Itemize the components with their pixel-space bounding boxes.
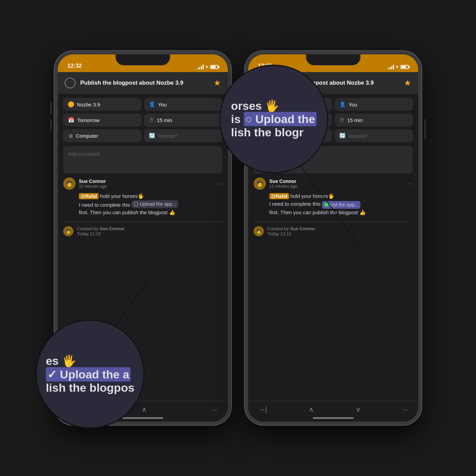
repeat-label-2: Repeat? [348, 133, 368, 139]
wifi-icon: ▾ [206, 64, 208, 69]
comment-text-1a: hold your horses🖐️ [100, 193, 144, 199]
mention-tag-1: @Rafał [79, 193, 99, 199]
up-button-2[interactable]: ∧ [309, 405, 314, 413]
notch-2 [306, 54, 360, 65]
comment-time-1: 10 minutes ago [79, 184, 212, 189]
created-text-2: Created by Sue Connor Today 11:15 [267, 226, 315, 236]
status-icons-1: ▾ [198, 64, 218, 69]
status-icons-2: ▾ [388, 64, 409, 69]
down-button-2[interactable]: ∨ [356, 405, 361, 413]
magnifier-1-line2: ✓ Upload the a [46, 368, 135, 381]
task-ref-text-2: Upl the app... [330, 201, 358, 208]
repeat-item-2[interactable]: 🔄 Repeat? [335, 129, 413, 142]
duration-label-1: 15 min [157, 117, 172, 123]
commenter-name-2: Sue Connor [269, 178, 402, 184]
comment-text-1c: first. Then you can publish the blogpost… [79, 209, 175, 215]
task-circle-2: ✓ [324, 202, 329, 207]
comment-input-1[interactable]: Add comment [63, 146, 222, 173]
context-label-1: Computer [76, 133, 98, 139]
duration-item-2[interactable]: ⏱ 15 min [335, 114, 413, 126]
wifi-icon-2: ▾ [396, 64, 398, 69]
repeat-icon-1: 🔄 [149, 133, 155, 139]
magnifier-2-line1: orses 🖐️ [231, 99, 316, 113]
created-author-2: Sue Connor [290, 226, 315, 231]
project-dot-1 [68, 101, 74, 107]
task-circle-1 [134, 202, 138, 206]
created-date-1: Today 11:15 [77, 231, 101, 236]
comment-meta-1: Sue Connor 10 minutes ago [79, 178, 212, 189]
comment-header-1: 🧑 Sue Connor 10 minutes ago ··· [63, 177, 222, 190]
magnifier-2-line2: is ○ Upload the [231, 113, 316, 126]
repeat-item-1[interactable]: 🔄 Repeat? [144, 129, 222, 142]
comment-text-1b: I need to complete this [79, 202, 132, 207]
duration-label-2: 15 min [347, 117, 362, 123]
task-ref-1[interactable]: Upload the app... [132, 200, 178, 208]
repeat-label-1: Repeat? [158, 133, 177, 139]
magnifier-1-highlight: ✓ Upload the a [46, 367, 131, 381]
magnifier-2-content: orses 🖐️ is ○ Upload the lish the blogr [227, 96, 320, 142]
divider-1 [63, 222, 222, 222]
magnifier-1-line1: es 🖐️ [46, 354, 135, 368]
star-icon-2[interactable]: ★ [404, 78, 411, 88]
volume-up-button[interactable] [50, 102, 52, 114]
task-checkbox-1[interactable] [65, 78, 75, 88]
star-icon-1[interactable]: ★ [214, 78, 221, 88]
home-indicator-2 [313, 417, 354, 419]
magnifier-1: es 🖐️ ✓ Upload the a lish the blogpos [36, 320, 144, 428]
assignee-label-1: You [158, 102, 167, 107]
clock-icon-1: ⏱ [149, 117, 154, 123]
assignee-label-2: You [348, 102, 357, 107]
repeat-icon-2: 🔄 [339, 133, 346, 139]
comment-text-2a: hold your horses🖐️ [290, 193, 335, 199]
computer-icon-1: 🖥 [68, 133, 73, 139]
more-button-1[interactable]: ··· [212, 406, 218, 413]
indent-button-2[interactable]: →| [258, 406, 267, 413]
volume-down-button[interactable] [50, 119, 52, 131]
comment-item-1: 🧑 Sue Connor 10 minutes ago ··· @Rafał h… [63, 177, 222, 216]
person-icon-2: 👤 [339, 101, 346, 107]
project-label-1: Nozbe 3.9 [77, 102, 100, 107]
created-date-2: Today 11:15 [267, 231, 291, 236]
more-options-1[interactable]: ··· [215, 180, 222, 187]
up-button-1[interactable]: ∧ [142, 405, 147, 413]
comment-body-2: @Rafał hold your horses🖐️ I need to comp… [254, 192, 413, 216]
due-date-item-1[interactable]: 📅 Tomorrow [63, 114, 141, 126]
task-title-1: Publish the blogpost about Nozbe 3.9 [80, 79, 209, 87]
created-info-1: 🧑 Created by Sue Connor Today 11:15 [63, 226, 222, 236]
created-prefix-1: Created by [77, 226, 100, 231]
more-button-2[interactable]: ··· [402, 406, 408, 413]
assignee-item-1[interactable]: 👤 You [144, 98, 222, 111]
duration-item-1[interactable]: ⏱ 15 min [144, 114, 222, 126]
calendar-icon-1: 📅 [68, 117, 74, 123]
power-button-2[interactable] [424, 119, 426, 139]
created-info-2: 🧑 Created by Sue Connor Today 11:15 [254, 226, 413, 236]
comments-section-2: 🧑 Sue Connor 11 minutes ago ··· @Rafał h… [248, 177, 418, 401]
magnifier-2-line3: lish the blogr [231, 126, 316, 139]
comment-time-2: 11 minutes ago [269, 184, 402, 189]
assignee-item-2[interactable]: 👤 You [335, 98, 413, 111]
due-date-label-1: Tomorrow [77, 117, 100, 123]
created-author-1: Sue Connor [100, 226, 125, 231]
task-ref-text-1: Upload the app... [140, 201, 176, 208]
comment-body-1: @Rafał hold your horses🖐️ I need to comp… [63, 192, 222, 216]
more-options-2[interactable]: ··· [406, 180, 413, 187]
avatar-2: 🧑 [254, 177, 266, 190]
comment-text-2b: I need to complete this [269, 201, 322, 207]
divider-2 [254, 222, 413, 222]
created-text-1: Created by Sue Connor Today 11:15 [77, 226, 125, 236]
comment-header-2: 🧑 Sue Connor 11 minutes ago ··· [254, 177, 413, 190]
battery-icon [210, 65, 218, 69]
mention-tag-2: @Rafał [269, 193, 289, 199]
comment-text-2c: first. Then you can publish the blogpost… [269, 209, 366, 215]
comment-placeholder-1: Add comment [68, 151, 100, 157]
task-header-1: Publish the blogpost about Nozbe 3.9 ★ [58, 72, 228, 94]
magnifier-2-highlight: ○ Upload the [244, 112, 317, 126]
context-item-1[interactable]: 🖥 Computer [63, 129, 141, 142]
person-icon-1: 👤 [149, 101, 155, 107]
project-item-1[interactable]: Nozbe 3.9 [63, 98, 141, 111]
clock-icon-2: ⏱ [339, 117, 344, 123]
commenter-name-1: Sue Connor [79, 178, 212, 184]
comment-item-2: 🧑 Sue Connor 11 minutes ago ··· @Rafał h… [254, 177, 413, 216]
signal-icon [198, 65, 204, 69]
task-ref-2[interactable]: ✓ Upl the app... [322, 201, 360, 209]
